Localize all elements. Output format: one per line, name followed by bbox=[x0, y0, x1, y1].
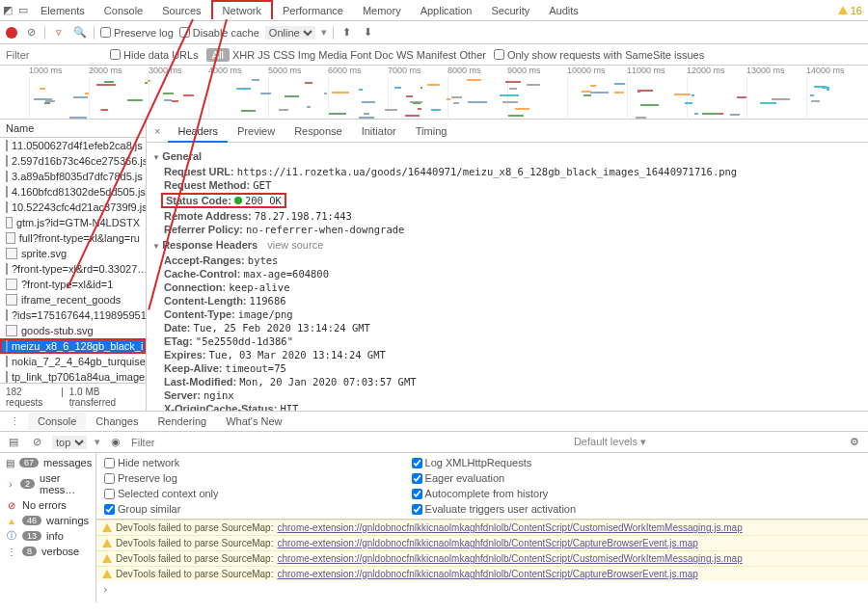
sourcemap-link[interactable]: chrome-extension://gnldobnocfnlkkicnaolm… bbox=[277, 569, 697, 579]
download-icon[interactable]: ⬇ bbox=[361, 25, 376, 40]
request-row[interactable]: nokia_7_2_4_64gb_turquise_i… bbox=[0, 354, 146, 369]
request-row[interactable]: tp_link_tp7061a84ua_images_… bbox=[0, 369, 146, 383]
detail-tab-response[interactable]: Response bbox=[285, 121, 352, 141]
filter-type-media[interactable]: Media bbox=[318, 49, 347, 61]
drawer-tab-rendering[interactable]: Rendering bbox=[148, 413, 216, 430]
search-icon[interactable]: 🔍 bbox=[72, 25, 88, 40]
samesite-checkbox[interactable]: Only show requests with SameSite issues bbox=[494, 49, 704, 61]
filter-input[interactable] bbox=[6, 49, 102, 61]
filter-type-ws[interactable]: WS bbox=[396, 49, 414, 61]
console-opt-eager-evaluation[interactable]: Eager evaluation bbox=[412, 472, 577, 484]
tab-console[interactable]: Console bbox=[95, 2, 152, 19]
console-opt-preserve-log[interactable]: Preserve log bbox=[104, 472, 219, 484]
request-row[interactable]: sprite.svg bbox=[0, 246, 146, 261]
general-section[interactable]: General bbox=[152, 150, 856, 162]
console-filter-input[interactable] bbox=[131, 437, 285, 448]
drawer-tab-what-s-new[interactable]: What's New bbox=[216, 413, 291, 430]
filter-type-manifest[interactable]: Manifest bbox=[417, 49, 457, 61]
sidebar-toggle-icon[interactable]: ▤ bbox=[6, 435, 21, 450]
tab-sources[interactable]: Sources bbox=[152, 2, 210, 19]
filter-type-other[interactable]: Other bbox=[459, 49, 486, 61]
settings-gear-icon[interactable]: ⚙ bbox=[847, 435, 862, 450]
filter-type-css[interactable]: CSS bbox=[273, 49, 295, 61]
request-row[interactable]: 10.52243cfc4d21ac3739f9.js bbox=[0, 200, 146, 215]
request-row[interactable]: goods-stub.svg bbox=[0, 323, 146, 338]
response-headers-section[interactable]: Response Headersview source bbox=[152, 239, 856, 251]
filter-type-doc[interactable]: Doc bbox=[374, 49, 393, 61]
console-opt-hide-network[interactable]: Hide network bbox=[104, 457, 219, 468]
console-warning-row: DevTools failed to parse SourceMap: chro… bbox=[96, 550, 868, 566]
console-opt-log-xmlhttprequests[interactable]: Log XMLHttpRequests bbox=[412, 457, 577, 468]
drawer-menu-icon[interactable]: ⋮ bbox=[4, 415, 26, 428]
sourcemap-link[interactable]: chrome-extension://gnldobnocfnlkkicnaolm… bbox=[277, 553, 742, 564]
preserve-log-checkbox[interactable]: Preserve log bbox=[100, 27, 174, 39]
detail-tab-preview[interactable]: Preview bbox=[228, 121, 285, 141]
header-row: Expires: Tue, 03 Mar 2020 13:14:24 GMT bbox=[164, 349, 856, 360]
clear-icon[interactable]: ⊘ bbox=[23, 25, 39, 40]
tab-elements[interactable]: Elements bbox=[31, 2, 95, 19]
tab-network[interactable]: Network bbox=[211, 0, 273, 19]
drawer-tab-console[interactable]: Console bbox=[28, 413, 86, 430]
detail-tab-initiator[interactable]: Initiator bbox=[352, 121, 406, 141]
sourcemap-link[interactable]: chrome-extension://gnldobnocfnlkkicnaolm… bbox=[277, 522, 742, 533]
clear-console-icon[interactable]: ⊘ bbox=[29, 435, 44, 450]
disable-cache-checkbox[interactable]: Disable cache bbox=[179, 27, 259, 39]
filter-type-js[interactable]: JS bbox=[258, 49, 270, 61]
drawer-tab-changes[interactable]: Changes bbox=[86, 413, 148, 430]
hide-data-urls-checkbox[interactable]: Hide data URLs bbox=[110, 49, 199, 61]
drawer-tabs: ⋮ ConsoleChangesRenderingWhat's New bbox=[0, 411, 868, 432]
waterfall-overview[interactable]: 1000 ms2000 ms3000 ms4000 ms5000 ms6000 … bbox=[0, 66, 868, 120]
eye-icon[interactable]: ◉ bbox=[108, 435, 123, 450]
header-row: Content-Type: image/png bbox=[164, 308, 856, 320]
request-row[interactable]: meizu_x8_6_128gb_black_ima… bbox=[0, 338, 146, 354]
console-filter-user-mess-[interactable]: ›2user mess… bbox=[0, 470, 95, 497]
console-opt-evaluate-triggers-user-activation[interactable]: Evaluate triggers user activation bbox=[412, 503, 577, 515]
tab-application[interactable]: Application bbox=[411, 2, 482, 19]
close-icon[interactable]: × bbox=[147, 125, 168, 137]
request-row[interactable]: ?ids=175167644,119895951 bbox=[0, 307, 146, 323]
request-row[interactable]: full?front-type=xl&lang=ru bbox=[0, 230, 146, 246]
request-row[interactable]: iframe_recent_goods bbox=[0, 292, 146, 307]
tab-audits[interactable]: Audits bbox=[539, 2, 588, 19]
filter-type-font[interactable]: Font bbox=[350, 49, 371, 61]
upload-icon[interactable]: ⬆ bbox=[339, 25, 355, 40]
detail-tab-timing[interactable]: Timing bbox=[406, 121, 457, 141]
console-filter-verbose[interactable]: ⋮8verbose bbox=[0, 544, 95, 559]
record-button[interactable] bbox=[6, 27, 17, 39]
timeline-tick: 14000 ms bbox=[806, 66, 845, 75]
sourcemap-link[interactable]: chrome-extension://gnldobnocfnlkkicnaolm… bbox=[277, 538, 697, 548]
device-toggle-icon[interactable]: ▭ bbox=[15, 3, 31, 18]
log-levels-dropdown[interactable]: Default levels ▾ bbox=[574, 436, 646, 448]
level-icon: ▲ bbox=[6, 515, 17, 526]
console-toolbar: ▤ ⊘ top ▾ ◉ Default levels ▾ ⚙ bbox=[0, 432, 868, 453]
warnings-badge[interactable]: 16 bbox=[838, 5, 862, 16]
inspect-icon[interactable]: ◩ bbox=[0, 3, 15, 18]
tab-security[interactable]: Security bbox=[481, 2, 539, 19]
filter-icon[interactable]: ▿ bbox=[51, 25, 67, 40]
view-source-link[interactable]: view source bbox=[267, 239, 323, 251]
throttle-select[interactable]: Online bbox=[265, 26, 315, 40]
warning-icon bbox=[102, 539, 112, 547]
console-filter-messages[interactable]: ▤67messages bbox=[0, 455, 95, 470]
request-row[interactable]: 4.160bfcd81302de5dd505.js bbox=[0, 184, 146, 200]
console-filter-warnings[interactable]: ▲46warnings bbox=[0, 513, 95, 528]
console-opt-selected-context-only[interactable]: Selected context only bbox=[104, 488, 219, 499]
file-icon bbox=[6, 340, 8, 352]
request-row[interactable]: 11.0500627d4f1efeb2ca8.js bbox=[0, 138, 146, 153]
request-row[interactable]: ?front-type=xl&id=1 bbox=[0, 277, 146, 292]
request-row[interactable]: 3.a89a5bf8035d7dfc78d5.js bbox=[0, 169, 146, 184]
console-opt-autocomplete-from-history[interactable]: Autocomplete from history bbox=[412, 488, 577, 499]
file-icon bbox=[6, 201, 8, 213]
file-icon bbox=[6, 294, 17, 306]
context-select[interactable]: top bbox=[52, 436, 87, 449]
tab-performance[interactable]: Performance bbox=[273, 2, 353, 19]
tab-memory[interactable]: Memory bbox=[353, 2, 411, 19]
filter-type-xhr[interactable]: XHR bbox=[232, 49, 255, 61]
filter-type-img[interactable]: Img bbox=[298, 49, 315, 61]
console-filter-No-errors[interactable]: ⊘No errors bbox=[0, 497, 95, 513]
console-prompt[interactable]: › bbox=[96, 581, 868, 598]
console-opt-group-similar[interactable]: Group similar bbox=[104, 503, 219, 515]
console-filter-info[interactable]: ⓘ13info bbox=[0, 528, 95, 544]
name-column-header[interactable]: Name bbox=[0, 120, 146, 138]
request-row[interactable]: gtm.js?id=GTM-N4LDSTX bbox=[0, 215, 146, 230]
